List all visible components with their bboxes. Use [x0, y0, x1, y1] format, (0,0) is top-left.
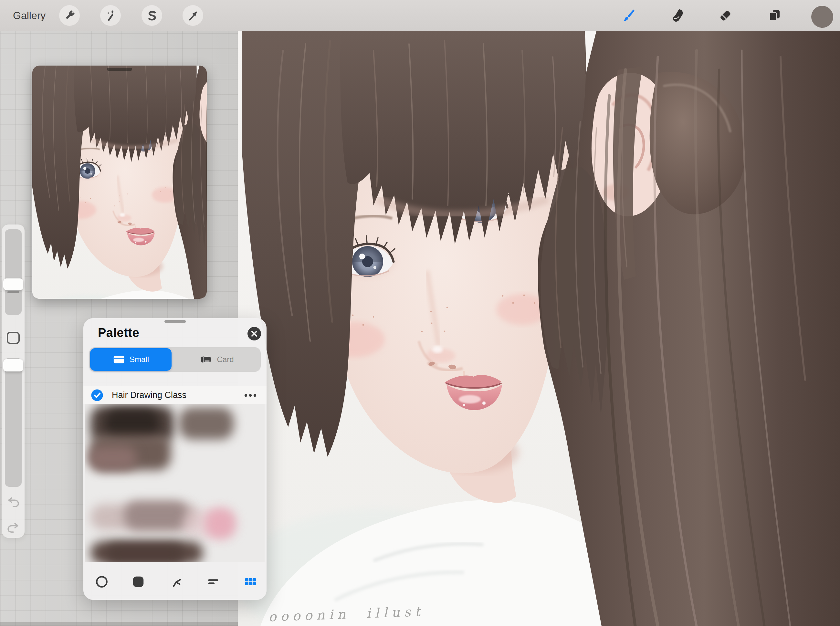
eraser-icon	[718, 8, 733, 23]
workspace-bottom-edge	[0, 622, 238, 626]
adjustments-button[interactable]	[100, 5, 121, 26]
drag-handle[interactable]	[107, 68, 132, 71]
palette-name: Hair Drawing Class	[112, 387, 186, 404]
smudge-tool-button[interactable]	[670, 8, 685, 23]
magic-wand-icon	[104, 9, 117, 22]
card-stack-icon	[199, 354, 212, 365]
panel-title: Palette	[98, 326, 139, 340]
classic-mode-button[interactable]	[131, 574, 146, 589]
eraser-tool-button[interactable]	[718, 8, 733, 23]
opacity-thumb[interactable]	[3, 359, 23, 371]
value-mode-button[interactable]	[206, 574, 220, 589]
brush-size-indicator	[8, 291, 19, 293]
brush-tool-button[interactable]	[622, 8, 637, 23]
undo-button[interactable]	[6, 495, 20, 509]
transform-button[interactable]	[183, 5, 203, 26]
reference-window[interactable]	[32, 66, 207, 299]
app-screen: oooonin illust Gallery	[0, 0, 840, 626]
color-mode-footer	[83, 568, 266, 596]
classic-icon	[132, 575, 145, 588]
redo-button[interactable]	[6, 520, 20, 534]
close-icon	[247, 327, 262, 341]
selection-button[interactable]	[141, 5, 162, 26]
actions-button[interactable]	[59, 5, 80, 26]
palette-list-item[interactable]: Hair Drawing Class	[83, 387, 266, 404]
drawing-canvas[interactable]: oooonin illust	[238, 31, 840, 626]
reference-artwork	[32, 66, 207, 299]
opacity-slider[interactable]	[5, 358, 22, 487]
layers-icon	[767, 8, 782, 23]
redo-icon	[6, 520, 20, 534]
brush-size-slider[interactable]	[5, 229, 22, 315]
disc-icon	[95, 575, 108, 588]
palettes-mode-button[interactable]	[243, 574, 257, 589]
gallery-button[interactable]: Gallery	[13, 0, 45, 31]
tab-small[interactable]: Small	[89, 347, 172, 372]
undo-icon	[6, 495, 20, 509]
selection-s-icon	[146, 9, 158, 22]
artwork-portrait	[238, 31, 840, 626]
paint-brush-icon	[622, 8, 637, 23]
brush-controls-sidebar	[2, 224, 25, 538]
disc-mode-button[interactable]	[95, 574, 109, 589]
ellipsis-menu-button[interactable]	[243, 391, 257, 400]
palette-panel: Palette Small C	[83, 318, 266, 600]
palettes-grid-icon	[244, 575, 257, 588]
harmony-icon	[169, 575, 183, 588]
smudge-icon	[670, 8, 685, 23]
selected-check-icon	[91, 389, 103, 401]
modify-button[interactable]	[7, 332, 20, 344]
layers-button[interactable]	[767, 8, 782, 23]
color-swatch[interactable]	[811, 6, 833, 28]
small-swatch-icon	[113, 355, 125, 365]
tab-card[interactable]: Card	[172, 347, 261, 372]
brush-size-thumb[interactable]	[3, 279, 23, 290]
top-toolbar: Gallery	[0, 0, 840, 31]
close-button[interactable]	[247, 327, 262, 341]
view-mode-segmented-control: Small Card	[89, 347, 261, 372]
harmony-mode-button[interactable]	[169, 574, 183, 589]
ellipsis-icon	[243, 391, 257, 400]
value-icon	[207, 575, 220, 588]
wrench-icon	[63, 9, 75, 22]
transform-arrow-icon	[187, 9, 199, 22]
drag-handle[interactable]	[165, 320, 186, 323]
color-swatch-grid[interactable]	[85, 404, 265, 562]
